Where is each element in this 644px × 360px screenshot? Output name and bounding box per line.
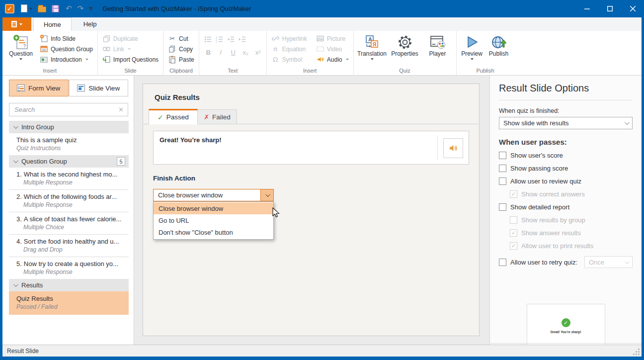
app-icon[interactable]: ✓	[5, 4, 14, 13]
publish-button[interactable]: Publish	[486, 33, 512, 57]
info-slide-button[interactable]: Info Slide	[38, 33, 95, 44]
checkbox-allow-review-quiz[interactable]: Allow user to review quiz	[499, 178, 633, 185]
checkbox-icon[interactable]	[499, 259, 506, 266]
result-message: Great! You’re sharp!	[160, 136, 222, 144]
paste-button[interactable]: Paste	[166, 54, 196, 65]
resize-grip[interactable]	[634, 349, 640, 355]
result-message-box[interactable]: Great! You’re sharp!	[153, 131, 469, 165]
tree-group-intro[interactable]: Intro Group	[9, 121, 129, 133]
minimize-button[interactable]	[575, 0, 598, 17]
player-button[interactable]: Player	[422, 33, 454, 57]
link-button: Link	[100, 44, 161, 54]
save-button[interactable]	[52, 4, 60, 13]
finish-action-dropdown[interactable]: Close browser window	[153, 189, 274, 201]
properties-icon	[397, 34, 413, 51]
tab-help[interactable]: Help	[74, 17, 107, 31]
chevron-down-icon	[13, 124, 18, 129]
ribbon-group-insert: ? Question Info Slide	[2, 31, 98, 75]
properties-button[interactable]: Properties	[389, 33, 421, 57]
tree-group-questions[interactable]: Question Group 5	[9, 155, 129, 168]
maximize-button[interactable]	[598, 0, 621, 17]
introduction-icon	[40, 55, 48, 64]
audio-icon	[316, 55, 324, 64]
tree-item-intro[interactable]: This is a sample quiz Quiz Instructions	[9, 133, 129, 155]
picture-button: Picture	[314, 33, 351, 44]
copy-icon	[168, 45, 176, 53]
question-group-button[interactable]: Question Group	[38, 44, 95, 54]
tree-item-question-2[interactable]: 2.Which of the following foods ar... Mul…	[9, 189, 129, 212]
introduction-button[interactable]: Introduction	[38, 54, 95, 65]
tab-passed[interactable]: ✓ Passed	[149, 109, 198, 124]
close-button[interactable]	[621, 0, 644, 17]
when-finished-label: When quiz is finished:	[499, 107, 633, 114]
introduction-caret-icon	[85, 59, 88, 60]
new-file-button[interactable]	[20, 4, 32, 13]
italic-button: I	[216, 48, 226, 56]
tab-home[interactable]: Home	[33, 17, 72, 31]
menu-icon	[11, 21, 17, 27]
group-label-publish: Publish	[459, 67, 512, 75]
checkbox-show-results-by-group: Show results by group	[510, 216, 633, 224]
form-view-icon	[17, 85, 25, 91]
checkbox-show-users-score[interactable]: Show user's score	[499, 152, 633, 159]
import-questions-icon	[102, 55, 111, 64]
options-title: Result Slide Options	[499, 83, 633, 94]
checkbox-show-detailed-report[interactable]: Show detailed report	[499, 203, 633, 211]
check-icon: ✓	[158, 113, 163, 121]
slide-preview-thumbnail[interactable]: ✓ Great! You’re sharp!	[527, 304, 605, 348]
checkbox-icon	[499, 165, 506, 172]
question-count-badge: 5	[117, 157, 125, 166]
import-questions-button[interactable]: Import Questions	[100, 54, 161, 65]
tree-item-question-5[interactable]: 5.Now try to create a question yo... Mul…	[9, 257, 129, 279]
player-icon	[429, 34, 446, 51]
menu-item-dont-show-close[interactable]: Don't show "Close" button	[154, 226, 273, 238]
underline-button: U	[229, 49, 238, 56]
checkbox-show-answer-results: ✓ Show answer results	[510, 229, 633, 237]
when-finished-dropdown[interactable]: Show slide with results	[499, 117, 633, 129]
tree-item-quiz-results[interactable]: Quiz Results Passed / Failed	[9, 291, 129, 315]
question-group-icon	[40, 45, 48, 53]
ribbon-group-quiz: A Я Translation	[354, 31, 457, 75]
cut-button[interactable]: ✂ Cut	[166, 33, 196, 44]
audio-caret-icon	[346, 59, 349, 60]
audio-button[interactable]: Audio	[314, 54, 351, 65]
equation-icon: π	[271, 45, 280, 53]
search-clear-icon[interactable]: ✕	[118, 106, 124, 113]
app-menu-button[interactable]	[2, 17, 31, 31]
menu-item-close-browser[interactable]: Close browser window	[154, 202, 273, 214]
picture-icon	[316, 34, 324, 43]
title-bar: ✓ ↶ ↷ Getting Started with QuizMaker - i…	[0, 0, 644, 17]
slide-view-button[interactable]: Slide View	[69, 80, 129, 96]
tree-item-question-1[interactable]: 1.What is the second highest mo... Multi…	[9, 168, 129, 189]
open-button[interactable]	[38, 4, 46, 13]
question-button[interactable]: ? Question	[5, 33, 37, 60]
customize-toolbar-button[interactable]	[89, 7, 92, 10]
redo-icon[interactable]: ↷	[78, 4, 84, 13]
numbered-list-icon: 123	[215, 36, 224, 45]
increase-indent-icon	[238, 36, 246, 45]
undo-icon[interactable]: ↶	[66, 4, 72, 13]
tree-item-question-4[interactable]: 4.Sort the food into healthy and u... Dr…	[9, 234, 129, 257]
checkbox-show-passing-score[interactable]: Show passing score	[499, 165, 633, 172]
symbol-button: Ω Symbol	[269, 54, 309, 65]
panel-title: Quiz Results	[155, 93, 200, 101]
app-window: ✓ ↶ ↷ Getting Started with QuizMaker - i…	[0, 0, 644, 360]
retry-count-dropdown: Once	[584, 256, 633, 268]
dropdown-button[interactable]	[260, 189, 273, 201]
tab-failed[interactable]: ✗ Failed	[198, 109, 237, 124]
copy-button[interactable]: Copy	[166, 44, 196, 54]
superscript-button: x²	[253, 49, 263, 56]
divider	[499, 100, 633, 100]
translation-button[interactable]: A Я Translation	[356, 33, 388, 60]
tree-group-results[interactable]: Results	[9, 279, 129, 291]
chevron-down-icon	[13, 158, 18, 163]
preview-button[interactable]: Preview	[459, 33, 485, 60]
form-view-button[interactable]: Form View	[9, 80, 69, 96]
audio-play-button[interactable]	[443, 138, 463, 158]
tree-item-question-3[interactable]: 3.A slice of toast has fewer calorie... …	[9, 212, 129, 234]
publish-icon	[490, 34, 507, 51]
menu-item-go-to-url[interactable]: Go to URL	[154, 214, 273, 226]
search-input[interactable]	[13, 105, 118, 114]
finish-action-label: Finish Action	[153, 175, 195, 182]
checkbox-icon	[510, 216, 517, 224]
